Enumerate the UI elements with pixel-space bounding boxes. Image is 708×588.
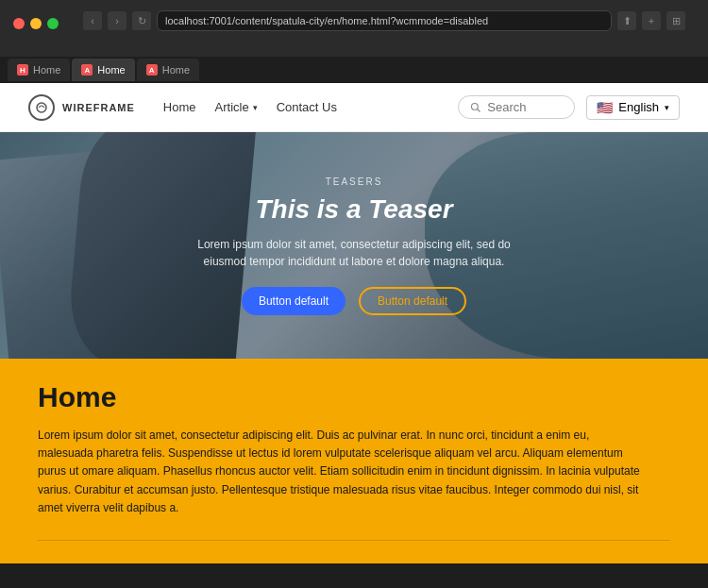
hero-label: TEASERS [326, 176, 383, 187]
content-divider [38, 540, 670, 541]
hero-button-outline[interactable]: Button default [359, 287, 466, 315]
chevron-down-icon-lang: ▾ [665, 103, 669, 112]
search-input[interactable] [487, 100, 563, 114]
hero-title: This is a Teaser [255, 194, 452, 225]
traffic-light-red[interactable] [13, 18, 25, 29]
tab-label-3: Home [162, 64, 190, 76]
language-label: English [618, 100, 659, 114]
nav-links: Home Article ▾ Contact Us [163, 100, 459, 114]
reload-button[interactable]: ↻ [132, 11, 151, 30]
browser-tabs: H Home A Home A Home [0, 57, 708, 83]
tab-label-2: Home [97, 64, 125, 76]
tab-home-3[interactable]: A Home [137, 59, 199, 81]
forward-button[interactable]: › [108, 11, 126, 30]
hero-buttons: Button default Button default [242, 287, 466, 315]
language-selector[interactable]: 🇺🇸 English ▾ [586, 95, 680, 120]
grid-button[interactable]: ⊞ [666, 11, 685, 30]
traffic-light-yellow[interactable] [30, 18, 42, 29]
content-body: Lorem ipsum dolor sit amet, consectetur … [38, 427, 642, 517]
logo-icon [28, 94, 55, 121]
tab-icon-2: A [81, 64, 93, 76]
site-navigation: WIREFRAME Home Article ▾ Contact Us 🇺🇸 E… [0, 83, 708, 132]
svg-point-0 [37, 103, 46, 112]
nav-link-home[interactable]: Home [163, 100, 196, 114]
flag-icon: 🇺🇸 [597, 100, 613, 115]
svg-line-2 [478, 109, 480, 111]
share-button[interactable]: ⬆ [617, 11, 636, 30]
tab-icon-3: A [146, 64, 158, 76]
svg-point-1 [472, 103, 479, 109]
content-title: Home [38, 381, 670, 413]
hero-button-primary[interactable]: Button default [242, 287, 346, 315]
address-bar[interactable] [157, 10, 612, 31]
search-icon [470, 102, 481, 113]
browser-chrome: ‹ › ↻ ⬆ + ⊞ H Home A Home A Home [0, 0, 708, 83]
tab-home-1[interactable]: H Home [8, 59, 70, 81]
back-button[interactable]: ‹ [83, 11, 102, 30]
tab-label-1: Home [33, 64, 60, 76]
search-box[interactable] [458, 95, 575, 119]
tab-icon-1: H [17, 64, 28, 76]
logo-svg [35, 101, 48, 114]
chevron-down-icon: ▾ [253, 103, 258, 112]
tab-home-2[interactable]: A Home [72, 59, 134, 81]
hero-description: Lorem ipsum dolor sit amet, consectetur … [184, 236, 524, 270]
logo-text: WIREFRAME [62, 102, 135, 113]
logo-area: WIREFRAME [28, 94, 135, 121]
traffic-light-green[interactable] [47, 18, 59, 29]
content-section: Home Lorem ipsum dolor sit amet, consect… [0, 359, 708, 563]
nav-link-contact[interactable]: Contact Us [277, 100, 337, 114]
nav-link-article-label: Article [215, 100, 249, 114]
hero-section: TEASERS This is a Teaser Lorem ipsum dol… [0, 132, 708, 359]
nav-link-article[interactable]: Article ▾ [215, 100, 258, 114]
website-content: WIREFRAME Home Article ▾ Contact Us 🇺🇸 E… [0, 83, 708, 563]
add-tab-button[interactable]: + [642, 11, 661, 30]
hero-content: TEASERS This is a Teaser Lorem ipsum dol… [0, 132, 708, 359]
